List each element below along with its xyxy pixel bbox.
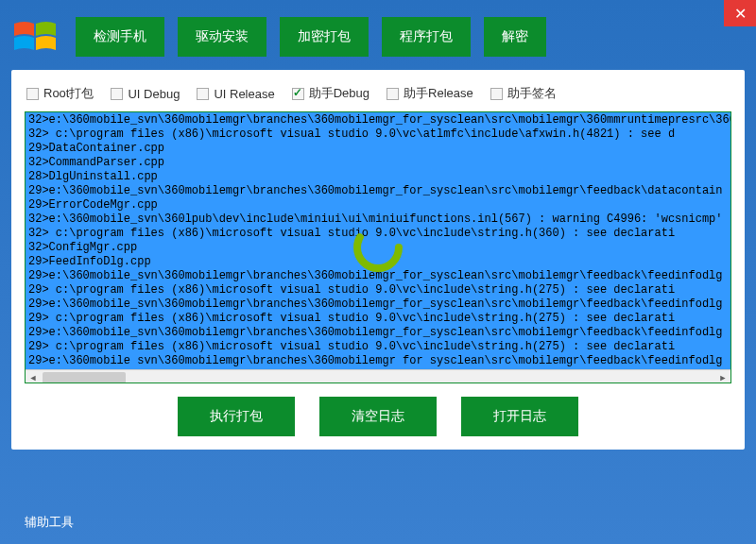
log-line: 29> c:\program files (x86)\microsoft vis…	[28, 340, 728, 354]
scroll-thumb[interactable]	[43, 372, 126, 383]
scroll-track[interactable]	[41, 370, 715, 383]
log-output: 32>e:\360mobile_svn\360mobilemgr\branche…	[25, 111, 731, 383]
checkbox-label: Root打包	[43, 85, 94, 102]
log-line: 29>e:\360mobile_svn\360mobilemgr\branche…	[28, 298, 728, 312]
helper-release-checkbox[interactable]: 助手Release	[387, 85, 473, 102]
checkbox-label: 助手签名	[507, 85, 557, 102]
log-line: 28>DlgUninstall.cpp	[28, 170, 728, 184]
log-line: 29>e:\360mobile_svn\360mobilemgr\branche…	[28, 326, 728, 340]
log-line: 32>e:\360mobile_svn\360mobilemgr\branche…	[28, 113, 728, 128]
horizontal-scrollbar[interactable]: ◄ ►	[26, 369, 730, 383]
driver-install-button[interactable]: 驱动安装	[178, 17, 266, 57]
checkbox-icon	[197, 88, 209, 100]
loading-spinner-icon	[350, 219, 406, 276]
log-line: 29>ErrorCodeMgr.cpp	[28, 198, 728, 212]
footer-label: 辅助工具	[25, 514, 74, 531]
checkbox-checked-icon	[292, 88, 304, 100]
checkbox-icon	[387, 88, 399, 100]
checkbox-label: 助手Debug	[309, 85, 369, 102]
log-line: 32>CommandParser.cpp	[28, 156, 728, 170]
log-line: 29> c:\program files (x86)\microsoft vis…	[28, 312, 728, 326]
log-line: 32> c:\program files (x86)\microsoft vis…	[28, 128, 728, 142]
ui-release-checkbox[interactable]: UI Release	[197, 87, 274, 101]
open-log-button[interactable]: 打开日志	[461, 397, 578, 436]
top-toolbar: 检测手机 驱动安装 加密打包 程序打包 解密	[0, 0, 756, 70]
log-line: 29>e:\360mobile svn\360mobilemgr\branche…	[28, 354, 728, 368]
ui-debug-checkbox[interactable]: UI Debug	[111, 87, 180, 101]
windows-logo-icon	[13, 18, 57, 56]
action-buttons: 执行打包 清空日志 打开日志	[25, 383, 731, 436]
checkbox-icon	[26, 88, 39, 100]
clear-log-button[interactable]: 清空日志	[319, 397, 437, 436]
close-button[interactable]: ✕	[724, 0, 756, 26]
log-line: 29>e:\360mobile_svn\360mobilemgr\branche…	[28, 184, 728, 198]
decrypt-button[interactable]: 解密	[484, 17, 546, 57]
options-row: Root打包 UI Debug UI Release 助手Debug 助手Rel…	[25, 79, 731, 111]
checkbox-label: UI Debug	[128, 87, 180, 101]
root-pack-checkbox[interactable]: Root打包	[26, 85, 94, 102]
scroll-left-arrow-icon[interactable]: ◄	[26, 370, 41, 383]
checkbox-icon	[490, 88, 503, 100]
helper-sign-checkbox[interactable]: 助手签名	[490, 85, 557, 102]
execute-pack-button[interactable]: 执行打包	[178, 397, 295, 436]
svg-point-0	[357, 227, 399, 268]
checkbox-icon	[111, 88, 123, 100]
checkbox-label: 助手Release	[404, 85, 473, 102]
main-panel: Root打包 UI Debug UI Release 助手Debug 助手Rel…	[11, 70, 745, 450]
scroll-right-arrow-icon[interactable]: ►	[715, 370, 730, 383]
program-pack-button[interactable]: 程序打包	[382, 17, 471, 57]
checkbox-label: UI Release	[214, 87, 274, 101]
detect-phone-button[interactable]: 检测手机	[76, 17, 164, 57]
helper-debug-checkbox[interactable]: 助手Debug	[292, 85, 369, 102]
log-line: 29>DataContainer.cpp	[28, 142, 728, 156]
encrypt-pack-button[interactable]: 加密打包	[280, 17, 369, 57]
log-line: 29> c:\program files (x86)\microsoft vis…	[28, 283, 728, 298]
